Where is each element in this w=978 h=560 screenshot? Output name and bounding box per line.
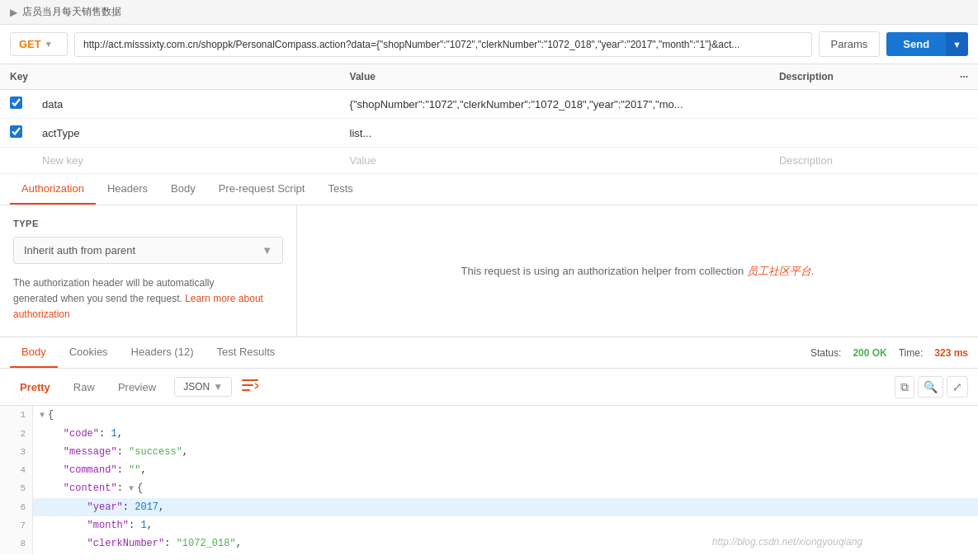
response-status-bar: Status: 200 OK Time: 323 ms — [810, 341, 968, 365]
body-format-tabs: Pretty Raw Preview JSON ▼ — [10, 375, 265, 398]
table-row: actType list... — [0, 119, 978, 148]
json-line: 7 "month": 1, — [0, 516, 978, 534]
response-tab-tests[interactable]: Test Results — [205, 337, 286, 368]
method-select[interactable]: GET ▼ — [10, 32, 68, 56]
line-content: "shopNumber": "1072", — [33, 553, 978, 554]
search-button[interactable]: 🔍 — [918, 376, 943, 398]
row2-checkbox[interactable] — [10, 125, 22, 138]
json-line: 6 "year": 2017, — [0, 498, 978, 516]
json-line: 4 "command": "", — [0, 461, 978, 479]
row2-description — [769, 119, 950, 148]
line-number: 4 — [0, 461, 33, 479]
tab-authorization[interactable]: Authorization — [10, 174, 96, 205]
line-content: "year": 2017, — [33, 498, 978, 516]
line-content: ▼{ — [33, 406, 978, 425]
line-content: "month": 1, — [33, 516, 978, 534]
send-btn-group: Send ▼ — [886, 32, 968, 56]
line-number: 8 — [0, 534, 33, 553]
tab-prerequest[interactable]: Pre-request Script — [207, 174, 317, 205]
description-header: Description — [769, 64, 950, 90]
response-tab-headers[interactable]: Headers (12) — [120, 337, 206, 368]
request-tab-bar: Authorization Headers Body Pre-request S… — [0, 174, 978, 205]
line-content: "content": ▼{ — [33, 479, 978, 498]
row1-more — [950, 90, 978, 119]
auth-type-select[interactable]: Inherit auth from parent ▼ — [13, 237, 283, 264]
copy-button[interactable]: ⧉ — [895, 376, 914, 398]
title-bar: ▶ 店员当月每天销售数据 — [0, 0, 978, 25]
auth-type-label: TYPE — [13, 219, 283, 228]
new-value-placeholder[interactable]: Value — [340, 148, 769, 174]
url-bar: GET ▼ Params Send ▼ — [0, 25, 978, 64]
watermark: http://blog.csdn.net/xiongyouqiang — [712, 536, 862, 548]
new-key-placeholder[interactable]: New key — [32, 148, 340, 174]
auth-left-panel: TYPE Inherit auth from parent ▼ The auth… — [0, 205, 297, 336]
svg-rect-1 — [242, 384, 253, 386]
title-bar-text: 店员当月每天销售数据 — [22, 5, 121, 19]
status-value: 200 OK — [853, 347, 886, 359]
collapse-icon[interactable]: ▼ — [129, 484, 134, 493]
expand-button[interactable]: ⤢ — [947, 376, 968, 398]
line-number: 1 — [0, 406, 33, 425]
row2-key: actType — [32, 119, 340, 148]
row1-key: data — [32, 90, 340, 119]
params-button[interactable]: Params — [819, 31, 881, 57]
json-viewer: 1▼{2 "code": 1,3 "message": "success",4 … — [0, 406, 978, 554]
send-chevron-button[interactable]: ▼ — [946, 32, 968, 56]
json-line: 9 "shopNumber": "1072", — [0, 553, 978, 554]
row2-more — [950, 119, 978, 148]
response-tab-body[interactable]: Body — [10, 337, 58, 368]
collapse-icon[interactable]: ▼ — [40, 411, 45, 420]
line-content: "code": 1, — [33, 425, 978, 443]
auth-info: This request is using an authorization h… — [461, 264, 815, 279]
line-content: "command": "", — [33, 461, 978, 479]
row1-description — [769, 90, 950, 119]
body-tab-pretty[interactable]: Pretty — [10, 377, 60, 398]
auth-description: The authorization header will be automat… — [13, 275, 283, 323]
line-number: 6 — [0, 498, 33, 516]
body-tab-preview[interactable]: Preview — [108, 377, 166, 398]
method-chevron-icon: ▼ — [45, 40, 53, 49]
json-line: 2 "code": 1, — [0, 425, 978, 443]
response-body-wrapper: 1▼{2 "code": 1,3 "message": "success",4 … — [0, 406, 978, 554]
table-row: data {"shopNumber":"1072","clerkNumber":… — [0, 90, 978, 119]
response-tab-cookies[interactable]: Cookies — [58, 337, 120, 368]
line-number: 9 — [0, 553, 33, 554]
new-more — [950, 148, 978, 174]
json-line: 5 "content": ▼{ — [0, 479, 978, 498]
tab-tests[interactable]: Tests — [316, 174, 364, 205]
response-actions: ⧉ 🔍 ⤢ — [895, 376, 968, 398]
format-select[interactable]: JSON ▼ — [174, 377, 232, 397]
response-body-toolbar: Pretty Raw Preview JSON ▼ ⧉ 🔍 ⤢ — [0, 369, 978, 406]
line-number: 2 — [0, 425, 33, 443]
time-value: 323 ms — [934, 347, 968, 359]
tab-body[interactable]: Body — [159, 174, 207, 205]
status-label: Status: — [810, 347, 841, 359]
url-input[interactable] — [74, 32, 812, 57]
line-number: 3 — [0, 443, 33, 461]
tab-headers[interactable]: Headers — [96, 174, 159, 205]
wrap-icon[interactable] — [235, 375, 265, 398]
format-label: JSON — [183, 381, 210, 393]
auth-panel: TYPE Inherit auth from parent ▼ The auth… — [0, 205, 978, 337]
svg-rect-2 — [242, 389, 250, 391]
line-content: "message": "success", — [33, 443, 978, 461]
auth-right-panel: This request is using an authorization h… — [297, 205, 978, 336]
auth-select-value: Inherit auth from parent — [24, 244, 135, 256]
response-tab-bar: Body Cookies Headers (12) Test Results — [10, 337, 286, 368]
value-header: Value — [340, 64, 769, 90]
row1-checkbox[interactable] — [10, 96, 22, 109]
more-header: ··· — [950, 64, 978, 90]
body-tab-raw[interactable]: Raw — [64, 377, 105, 398]
time-label: Time: — [899, 347, 924, 359]
send-button[interactable]: Send — [886, 32, 946, 56]
response-header: Body Cookies Headers (12) Test Results S… — [0, 337, 978, 369]
row2-value: list... — [340, 119, 769, 148]
format-chevron-icon: ▼ — [213, 381, 223, 393]
row1-value: {"shopNumber":"1072","clerkNumber":"1072… — [340, 90, 769, 119]
title-bar-icon: ▶ — [10, 7, 17, 18]
params-table: Key Value Description ··· data {"shopNum… — [0, 64, 978, 174]
line-number: 7 — [0, 516, 33, 534]
svg-rect-0 — [242, 379, 258, 381]
key-header: Key — [0, 64, 340, 90]
new-desc-placeholder[interactable]: Description — [769, 148, 950, 174]
